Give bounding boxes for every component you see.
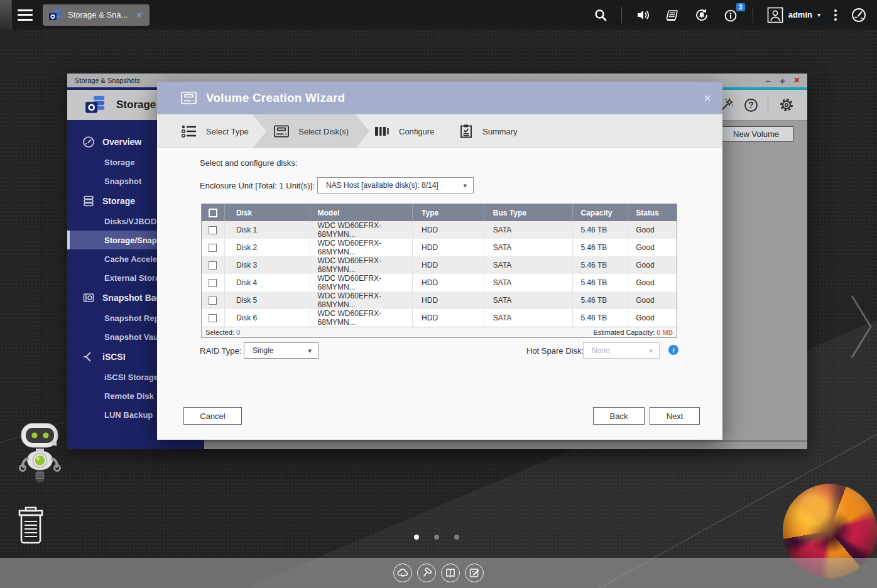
gauge-icon — [82, 136, 95, 148]
section-label: iSCSI — [102, 352, 126, 362]
wizard-steps-bar: Select Type Select Disk(s) Configure Sum… — [157, 114, 722, 148]
enclosure-unit-value: NAS Host [available disk(s): 8/14] — [326, 181, 438, 190]
hot-spare-info-icon[interactable]: i — [668, 345, 678, 355]
disk-table-row[interactable]: Disk 2 WDC WD60EFRX-68MYMN... HDD SATA 5… — [202, 239, 677, 256]
raid-type-value: Single — [253, 346, 273, 355]
myqnapcloud-icon[interactable] — [393, 564, 412, 582]
column-header-model[interactable]: Model — [310, 204, 413, 221]
feedback-note-icon[interactable] — [465, 564, 484, 582]
column-header-status[interactable]: Status — [628, 204, 677, 221]
disk-status-cell: Good — [628, 309, 677, 327]
hot-spare-label: Hot Spare Disk: — [526, 346, 584, 356]
disk-checkbox[interactable] — [209, 314, 217, 322]
disk-checkbox[interactable] — [209, 297, 217, 305]
new-volume-button[interactable]: New Volume — [719, 126, 793, 142]
notifications-sync-icon[interactable] — [694, 8, 710, 23]
selected-label: Selected: — [205, 329, 234, 336]
enclosure-unit-select[interactable]: NAS Host [available disk(s): 8/14] ▾ — [317, 177, 474, 193]
disk-checkbox[interactable] — [209, 226, 217, 234]
enclosure-unit-label: Enclosure Unit [Total: 1 Unit(s)]: — [200, 181, 315, 190]
topbar-divider — [753, 7, 753, 23]
step-label: Select Disk(s) — [298, 127, 349, 136]
top-bar: Storage & Sna... × 3 admin ▾ — [0, 0, 877, 30]
disk-name-cell: Disk 4 — [224, 274, 310, 291]
disk-name-cell: Disk 1 — [224, 221, 310, 239]
background-tasks-icon[interactable] — [665, 8, 680, 22]
select-all-checkbox[interactable] — [209, 209, 217, 217]
disk-table-row[interactable]: Disk 4 WDC WD60EFRX-68MYMN... HDD SATA 5… — [202, 274, 677, 291]
chevron-down-icon: ▾ — [649, 347, 653, 355]
back-button[interactable]: Back — [593, 407, 645, 425]
disk-capacity-cell: 5.46 TB — [572, 291, 628, 309]
top-bar-edge — [0, 0, 12, 30]
user-caret-icon: ▾ — [817, 11, 820, 18]
dialog-close-icon[interactable]: × — [704, 92, 711, 104]
step-select-type[interactable]: Select Type — [181, 114, 249, 148]
next-button[interactable]: Next — [650, 407, 700, 425]
page-dot-active[interactable] — [414, 535, 419, 540]
disk-type-cell: HDD — [412, 239, 484, 256]
disk-table-row[interactable]: Disk 5 WDC WD60EFRX-68MYMN... HDD SATA 5… — [202, 291, 677, 309]
raid-type-select[interactable]: Single ▾ — [244, 342, 319, 359]
estimated-capacity-label: Estimated Capacity: — [593, 329, 655, 336]
disk-table-row[interactable]: Disk 1 WDC WD60EFRX-68MYMN... HDD SATA 5… — [202, 221, 677, 239]
column-header-capacity[interactable]: Capacity — [572, 204, 628, 221]
user-menu[interactable]: admin ▾ — [767, 7, 820, 23]
disk-table-header: Disk Model Type Bus Type Capacity Status — [202, 204, 677, 221]
step-configure[interactable]: Configure — [374, 114, 434, 148]
utilities-hammer-icon[interactable] — [417, 564, 436, 582]
documentation-book-icon[interactable] — [441, 564, 460, 582]
page-dot[interactable] — [454, 535, 459, 540]
disk-table-row[interactable]: Disk 6 WDC WD60EFRX-68MYMN... HDD SATA 5… — [202, 309, 677, 327]
disk-capacity-cell: 5.46 TB — [572, 256, 628, 274]
column-header-bus-type[interactable]: Bus Type — [484, 204, 573, 221]
system-info-icon[interactable]: 3 — [724, 8, 739, 23]
section-label: Overview — [102, 137, 141, 147]
tab-label: Storage & Sna... — [68, 10, 128, 19]
column-header-disk[interactable]: Disk — [224, 204, 310, 221]
page-dot[interactable] — [434, 535, 439, 540]
disk-status-cell: Good — [628, 221, 677, 239]
raid-type-label: RAID Type: — [200, 346, 241, 356]
window-close-button[interactable]: × — [794, 75, 800, 85]
step-summary[interactable]: Summary — [459, 114, 518, 148]
open-app-tab[interactable]: Storage & Sna... × — [43, 4, 150, 26]
avatar-icon — [767, 7, 783, 23]
disk-name-cell: Disk 3 — [224, 256, 310, 274]
disk-bus-cell: SATA — [484, 221, 573, 239]
disk-status-cell: Good — [628, 274, 677, 291]
desktop-page-dots — [414, 535, 459, 540]
selected-count: 0 — [236, 329, 240, 336]
main-menu-button[interactable] — [18, 9, 33, 21]
notification-count-badge: 3 — [736, 3, 745, 11]
search-icon[interactable] — [594, 8, 607, 22]
settings-gear-icon[interactable] — [778, 97, 795, 113]
column-header-type[interactable]: Type — [412, 204, 484, 221]
dialog-content: Select and configure disks: Enclosure Un… — [157, 148, 722, 440]
disk-type-cell: HDD — [412, 274, 484, 291]
qboost-robot-icon[interactable] — [16, 422, 64, 487]
tab-close-icon[interactable]: × — [136, 10, 141, 20]
disk-checkbox[interactable] — [209, 261, 217, 270]
volume-icon[interactable] — [636, 8, 651, 22]
disk-checkbox[interactable] — [209, 279, 217, 287]
volume-creation-wizard-dialog: Volume Creation Wizard × Select Type Sel… — [157, 82, 722, 440]
disk-model-cell: WDC WD60EFRX-68MYMN... — [310, 291, 413, 309]
disk-model-cell: WDC WD60EFRX-68MYMN... — [310, 239, 413, 256]
cancel-button[interactable]: Cancel — [183, 407, 242, 425]
disk-status-cell: Good — [628, 239, 677, 256]
window-title: Storage & Snapshots — [75, 77, 140, 84]
recycle-bin-icon[interactable] — [15, 506, 46, 545]
disk-table-row[interactable]: Disk 3 WDC WD60EFRX-68MYMN... HDD SATA 5… — [202, 256, 677, 274]
disk-type-cell: HDD — [412, 309, 484, 327]
disk-stack-icon — [82, 195, 95, 207]
step-select-disks[interactable]: Select Disk(s) — [273, 114, 349, 148]
window-minimize-button[interactable]: – — [766, 76, 771, 85]
window-maximize-button[interactable]: + — [780, 76, 785, 85]
disk-bus-cell: SATA — [484, 256, 573, 274]
disk-checkbox[interactable] — [209, 244, 217, 252]
help-icon[interactable]: ? — [744, 99, 758, 112]
step-label: Summary — [482, 127, 518, 136]
dashboard-gauge-icon[interactable] — [851, 7, 867, 23]
more-options-icon[interactable] — [834, 9, 837, 21]
